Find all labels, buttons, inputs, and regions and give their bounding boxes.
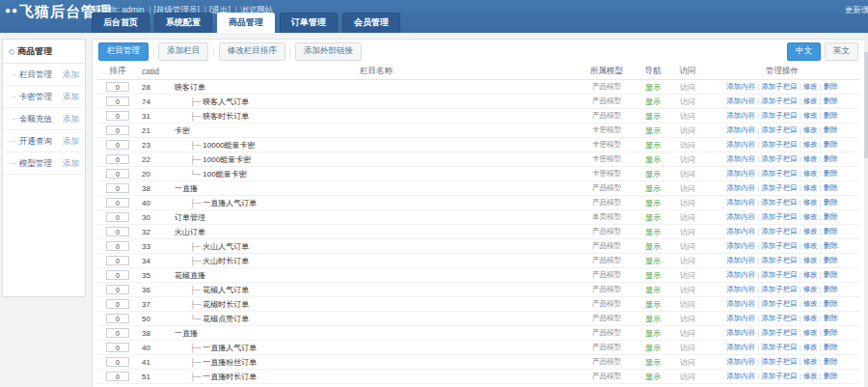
nav-toggle-link[interactable]: 显示 — [636, 125, 670, 136]
op-link-添加子栏目[interactable]: 添加子栏目 — [761, 328, 798, 337]
visit-link[interactable]: 访问 — [670, 169, 705, 180]
visit-link[interactable]: 访问 — [670, 97, 705, 107]
visit-link[interactable]: 访问 — [670, 343, 705, 353]
visit-link[interactable]: 访问 — [670, 198, 705, 208]
nav-toggle-link[interactable]: 显示 — [636, 328, 670, 339]
sidebar-add-link[interactable]: 添加 — [63, 64, 79, 85]
lang-button-英文[interactable]: 英文 — [825, 42, 858, 61]
op-link-删除[interactable]: 删除 — [824, 97, 838, 105]
visit-link[interactable]: 访问 — [670, 125, 705, 136]
op-link-添加内容[interactable]: 添加内容 — [726, 241, 755, 250]
nav-toggle-link[interactable]: 显示 — [636, 212, 670, 223]
op-link-添加内容[interactable]: 添加内容 — [726, 285, 755, 293]
op-link-删除[interactable]: 删除 — [824, 357, 838, 366]
toolbar-button-3[interactable]: 添加外部链接 — [295, 42, 362, 61]
op-link-修改[interactable]: 修改 — [803, 256, 818, 264]
sort-input[interactable] — [106, 241, 129, 251]
op-link-添加子栏目[interactable]: 添加子栏目 — [761, 212, 798, 221]
visit-link[interactable]: 访问 — [670, 154, 705, 165]
sort-input[interactable] — [106, 256, 129, 265]
nav-toggle-link[interactable]: 显示 — [636, 227, 670, 237]
op-link-添加子栏目[interactable]: 添加子栏目 — [761, 372, 798, 380]
toolbar-button-0[interactable]: 栏目管理 — [98, 42, 149, 61]
nav-toggle-link[interactable]: 显示 — [636, 343, 670, 353]
tab-会员管理[interactable]: 会员管理 — [342, 13, 400, 33]
tab-后台首页[interactable]: 后台首页 — [92, 13, 149, 33]
visit-link[interactable]: 访问 — [670, 183, 705, 194]
lang-button-中文[interactable]: 中文 — [787, 42, 821, 61]
tab-系统配置[interactable]: 系统配置 — [154, 13, 212, 33]
op-link-添加内容[interactable]: 添加内容 — [726, 169, 755, 178]
nav-toggle-link[interactable]: 显示 — [636, 198, 670, 208]
op-link-添加内容[interactable]: 添加内容 — [726, 183, 755, 192]
op-link-添加子栏目[interactable]: 添加子栏目 — [761, 111, 798, 120]
op-link-添加子栏目[interactable]: 添加子栏目 — [761, 357, 798, 366]
nav-toggle-link[interactable]: 显示 — [636, 285, 670, 295]
op-link-添加内容[interactable]: 添加内容 — [726, 357, 755, 366]
op-link-添加内容[interactable]: 添加内容 — [726, 198, 755, 207]
op-link-删除[interactable]: 删除 — [824, 140, 838, 149]
sort-input[interactable] — [106, 125, 129, 135]
visit-link[interactable]: 访问 — [670, 357, 705, 368]
op-link-删除[interactable]: 删除 — [824, 169, 838, 178]
nav-toggle-link[interactable]: 显示 — [636, 82, 670, 93]
op-link-修改[interactable]: 修改 — [803, 357, 818, 366]
op-link-修改[interactable]: 修改 — [803, 125, 818, 134]
sort-input[interactable] — [106, 343, 129, 352]
op-link-修改[interactable]: 修改 — [803, 198, 818, 207]
visit-link[interactable]: 访问 — [670, 241, 705, 252]
tab-商品管理[interactable]: 商品管理 — [217, 13, 275, 33]
op-link-删除[interactable]: 删除 — [824, 241, 838, 250]
sort-input[interactable] — [106, 154, 129, 164]
sort-input[interactable] — [106, 270, 129, 280]
visit-link[interactable]: 访问 — [670, 285, 705, 295]
op-link-添加内容[interactable]: 添加内容 — [726, 212, 755, 221]
op-link-修改[interactable]: 修改 — [803, 372, 818, 380]
sort-input[interactable] — [106, 285, 129, 294]
op-link-添加子栏目[interactable]: 添加子栏目 — [761, 125, 798, 134]
op-link-添加子栏目[interactable]: 添加子栏目 — [761, 198, 798, 207]
nav-toggle-link[interactable]: 显示 — [636, 314, 670, 324]
op-link-修改[interactable]: 修改 — [803, 82, 818, 91]
op-link-添加内容[interactable]: 添加内容 — [726, 256, 755, 264]
op-link-修改[interactable]: 修改 — [803, 183, 818, 192]
visit-link[interactable]: 访问 — [670, 299, 705, 310]
op-link-删除[interactable]: 删除 — [824, 198, 838, 207]
op-link-修改[interactable]: 修改 — [803, 241, 818, 250]
op-link-修改[interactable]: 修改 — [803, 328, 818, 337]
op-link-添加子栏目[interactable]: 添加子栏目 — [761, 183, 798, 192]
nav-toggle-link[interactable]: 显示 — [636, 241, 670, 252]
nav-toggle-link[interactable]: 显示 — [636, 111, 670, 122]
op-link-添加子栏目[interactable]: 添加子栏目 — [761, 97, 798, 105]
op-link-删除[interactable]: 删除 — [824, 285, 838, 293]
tab-订单管理[interactable]: 订单管理 — [280, 13, 338, 33]
op-link-删除[interactable]: 删除 — [824, 183, 838, 192]
visit-link[interactable]: 访问 — [670, 328, 705, 339]
op-link-添加子栏目[interactable]: 添加子栏目 — [761, 140, 798, 149]
op-link-添加子栏目[interactable]: 添加子栏目 — [761, 241, 798, 250]
op-link-修改[interactable]: 修改 — [803, 227, 818, 235]
op-link-添加内容[interactable]: 添加内容 — [726, 111, 755, 120]
sidebar-add-link[interactable]: 添加 — [63, 152, 79, 174]
sidebar-item-开通查询[interactable]: →开通查询添加 — [3, 130, 85, 152]
op-link-删除[interactable]: 删除 — [824, 343, 838, 351]
op-link-修改[interactable]: 修改 — [803, 140, 818, 149]
op-link-添加内容[interactable]: 添加内容 — [726, 125, 755, 134]
op-link-添加子栏目[interactable]: 添加子栏目 — [761, 343, 798, 351]
nav-toggle-link[interactable]: 显示 — [636, 372, 670, 382]
op-link-删除[interactable]: 删除 — [824, 270, 838, 279]
visit-link[interactable]: 访问 — [670, 82, 705, 93]
sidebar-item-金额充值[interactable]: →金额充值添加 — [3, 108, 85, 130]
visit-link[interactable]: 访问 — [670, 372, 705, 382]
nav-toggle-link[interactable]: 显示 — [636, 299, 670, 310]
sort-input[interactable] — [106, 198, 129, 207]
sidebar-item-栏目管理[interactable]: →栏目管理添加 — [3, 64, 85, 86]
sort-input[interactable] — [106, 183, 129, 193]
op-link-添加内容[interactable]: 添加内容 — [726, 328, 755, 337]
visit-link[interactable]: 访问 — [670, 314, 705, 324]
op-link-添加子栏目[interactable]: 添加子栏目 — [761, 82, 798, 91]
sort-input[interactable] — [106, 111, 129, 121]
visit-link[interactable]: 访问 — [670, 212, 705, 223]
nav-toggle-link[interactable]: 显示 — [636, 183, 670, 194]
op-link-添加子栏目[interactable]: 添加子栏目 — [761, 169, 798, 178]
